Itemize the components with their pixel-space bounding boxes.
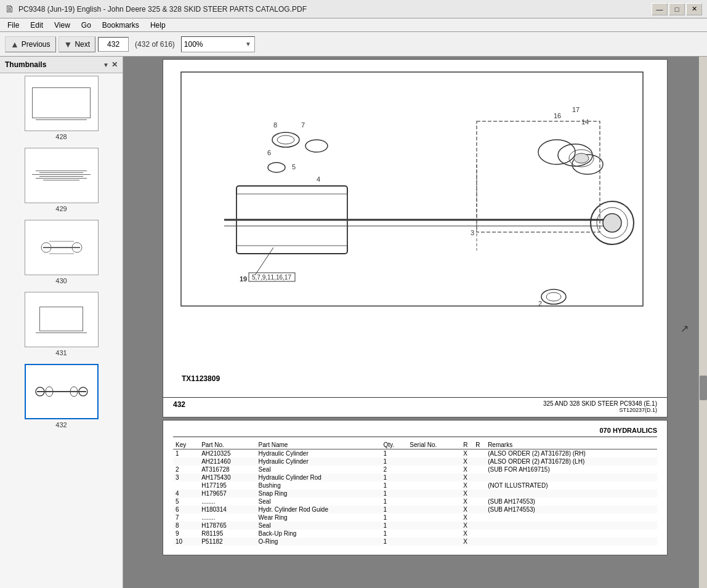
svg-line-32 [255,248,273,275]
cell-remarks [485,513,657,522]
cell-qty: 1 [381,538,408,546]
table-header-row: Key Part No. Part Name Qty. Serial No. R… [173,441,657,449]
sidebar-arrow-icon[interactable]: ▼ [103,62,109,68]
menu-help[interactable]: Help [145,20,171,31]
table-row: 2 AT316728 Seal 2 X (SUB FOR AH169715) [173,465,657,473]
cell-part-no: H178765 [199,522,256,530]
title-bar: 🗎 PC9348 (Jun-19) English - John Deere 3… [0,0,707,18]
zoom-wrapper: 100% 50% 75% 125% 150% 200% ▼ [181,36,255,52]
cell-serial [407,465,461,473]
table-row: 3 AH175430 Hydraulic Cylinder Rod 1 X [173,473,657,481]
cell-key: 4 [173,489,199,497]
page-info: (432 of 616) [131,40,179,49]
table-row: 10 P51182 O-Ring 1 X [173,538,657,546]
menu-edit[interactable]: Edit [25,20,48,31]
col-part-name: Part Name [256,441,381,449]
cell-key: 7 [173,513,199,522]
table-row: 9 R81195 Back-Up Ring 1 X [173,530,657,538]
thumbnail-image-428 [25,76,99,131]
pdf-page-top: 8 7 6 5 4 [163,59,668,417]
table-row: 1 AH210325 Hydraulic Cylinder 1 X (ALSO … [173,449,657,458]
cell-key: 1 [173,449,199,458]
thumbnail-432[interactable]: 432 [2,364,120,429]
thumbnail-image-432 [25,364,99,419]
table-row: AH211460 Hydraulic Cylinder 1 X (ALSO OR… [173,457,657,465]
thumbnail-429[interactable]: 429 [2,148,120,212]
previous-button[interactable]: ▲ Previous [5,36,56,52]
svg-point-18 [305,140,328,152]
cell-serial [407,530,461,538]
cell-serial [407,497,461,505]
sidebar-close-button[interactable]: ✕ [111,60,118,69]
part-5-label: 5 [292,163,296,171]
part-14-label: 14 [581,118,589,126]
col-qty: Qty. [381,441,408,449]
cell-r2 [473,473,485,481]
thumbnail-image-429 [25,148,99,203]
down-arrow-icon: ▼ [64,39,73,49]
menu-file[interactable]: File [2,20,24,31]
cell-qty: 1 [381,497,408,505]
thumbnail-428[interactable]: 428 [2,76,120,140]
cell-r1: X [461,465,473,473]
pdf-page-bottom: 070 HYDRAULICS Key Part No. Part Name Qt… [163,420,668,555]
footer-page-number: 432 [173,400,185,413]
page-input[interactable] [98,37,129,52]
col-r1: R [461,441,473,449]
cell-remarks: (SUB AH174553) [485,497,657,505]
zoom-select[interactable]: 100% 50% 75% 125% 150% 200% [181,36,255,52]
thumbnail-430[interactable]: 430 [2,220,120,284]
cell-key: 10 [173,538,199,546]
cell-part-no: AH210325 [199,449,256,458]
menu-view[interactable]: View [49,20,75,31]
table-row: 7 ........ Wear Ring 1 X [173,513,657,522]
maximize-button[interactable]: □ [669,3,685,15]
cell-key [173,457,199,465]
cell-r2 [473,505,485,513]
content-scrollbar[interactable] [698,57,707,588]
cell-remarks: (ALSO ORDER (2) AT316728) (LH) [485,457,657,465]
minimize-button[interactable]: — [652,3,668,15]
cell-part-no: R81195 [199,530,256,538]
cell-serial [407,522,461,530]
sidebar: Thumbnails ▼ ✕ 428 [0,57,123,588]
cell-r2 [473,449,485,458]
cell-part-name: Hydraulic Cylinder Rod [256,473,381,481]
table-row: 8 H178765 Seal 1 X [173,522,657,530]
cell-part-no: H180314 [199,505,256,513]
page-container: 8 7 6 5 4 [123,57,707,588]
menu-bookmarks[interactable]: Bookmarks [97,20,144,31]
thumbnail-label-432: 432 [55,421,67,429]
diagram-reference: TX1123809 [182,374,220,383]
window-title: PC9348 (Jun-19) English - John Deere 325… [18,5,307,14]
cell-remarks [485,522,657,530]
part-4-label: 4 [317,175,320,183]
menu-bar: File Edit View Go Bookmarks Help [0,18,707,32]
close-button[interactable]: ✕ [686,3,702,15]
cell-key: 5 [173,497,199,505]
cell-remarks [485,538,657,546]
table-row: H177195 Bushing 1 X (NOT ILLUSTRATED) [173,481,657,489]
parts-section: 070 HYDRAULICS Key Part No. Part Name Qt… [163,421,667,552]
col-key: Key [173,441,199,449]
menu-go[interactable]: Go [76,20,96,31]
part-16-label: 16 [554,112,561,119]
cell-qty: 1 [381,505,408,513]
cell-part-no: AT316728 [199,465,256,473]
thumbnail-label-429: 429 [55,205,67,212]
thumbnail-431[interactable]: 431 [2,292,120,356]
svg-point-27 [574,153,589,163]
cell-part-name: Seal [256,522,381,530]
cell-r1: X [461,538,473,546]
table-row: 4 H179657 Snap Ring 1 X [173,489,657,497]
cell-serial [407,505,461,513]
cell-qty: 1 [381,473,408,481]
col-remarks: Remarks [485,441,657,449]
callout-19: 19 [240,275,247,283]
cell-r2 [473,513,485,522]
cell-part-name: Wear Ring [256,513,381,522]
cell-qty: 1 [381,530,408,538]
up-arrow-icon: ▲ [10,39,19,49]
footer-title: 325 AND 328 SKID STEER PC9348 (E.1) [543,400,657,407]
next-button[interactable]: ▼ Next [59,36,96,52]
